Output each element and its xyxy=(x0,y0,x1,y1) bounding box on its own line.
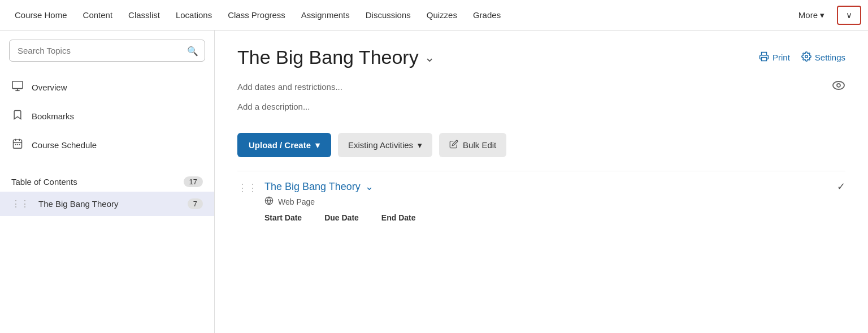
sidebar-item-course-schedule-label: Course Schedule xyxy=(32,140,97,150)
content-item-checkmark-icon: ✓ xyxy=(837,180,845,193)
nav-more-button[interactable]: More ▾ xyxy=(791,10,832,20)
content-item-info: The Big Bang Theory ⌄ Web Page xyxy=(264,180,830,222)
svg-rect-10 xyxy=(761,58,766,61)
search-container: 🔍 xyxy=(9,40,205,62)
nav-grades[interactable]: Grades xyxy=(465,0,509,31)
svg-point-12 xyxy=(833,81,844,89)
content-item: ⋮⋮ The Big Bang Theory ⌄ xyxy=(237,171,845,231)
sidebar-item-overview-label: Overview xyxy=(32,83,67,92)
upload-create-button[interactable]: Upload / Create ▾ xyxy=(237,133,331,157)
existing-activities-button[interactable]: Existing Activities ▾ xyxy=(338,133,432,157)
main-content: The Big Bang Theory ⌄ Print xyxy=(215,31,868,333)
overview-icon xyxy=(11,80,24,95)
nav-course-home[interactable]: Course Home xyxy=(7,0,75,31)
settings-button[interactable]: Settings xyxy=(801,51,845,63)
content-item-chevron-icon[interactable]: ⌄ xyxy=(365,180,374,193)
upload-create-chevron-icon: ▾ xyxy=(315,140,320,150)
nav-discussions[interactable]: Discussions xyxy=(358,0,419,31)
active-item-badge: 7 xyxy=(188,198,203,209)
bulk-edit-button[interactable]: Bulk Edit xyxy=(439,133,506,157)
content-item-drag-handle[interactable]: ⋮⋮ xyxy=(237,181,258,194)
settings-icon xyxy=(801,51,811,63)
search-icon: 🔍 xyxy=(187,45,198,56)
header-actions: Print Settings xyxy=(759,51,845,63)
globe-icon xyxy=(264,196,274,207)
sidebar-item-big-bang-theory[interactable]: ⋮⋮ The Big Bang Theory 7 xyxy=(0,192,214,216)
toc-badge: 17 xyxy=(184,176,203,187)
top-right-dropdown-button[interactable]: ∨ xyxy=(837,6,861,25)
sidebar-item-course-schedule[interactable]: Course Schedule xyxy=(0,131,214,159)
nav-classlist[interactable]: Classlist xyxy=(120,0,168,31)
nav-locations[interactable]: Locations xyxy=(168,0,220,31)
content-item-title[interactable]: The Big Bang Theory ⌄ xyxy=(264,180,830,193)
bookmark-icon xyxy=(11,109,24,124)
sidebar-item-bookmarks[interactable]: Bookmarks xyxy=(0,102,214,131)
table-of-contents-header: Table of Contents 17 xyxy=(0,168,214,192)
add-dates-link[interactable]: Add dates and restrictions... xyxy=(237,80,342,94)
more-chevron-icon: ▾ xyxy=(820,10,824,20)
add-description-link[interactable]: Add a description... xyxy=(237,100,342,114)
top-nav: Course Home Content Classlist Locations … xyxy=(0,0,868,31)
svg-rect-0 xyxy=(12,81,23,89)
print-button[interactable]: Print xyxy=(759,51,790,63)
main-header: The Big Bang Theory ⌄ Print xyxy=(237,46,845,68)
sidebar-nav: Overview Bookmarks xyxy=(0,73,214,159)
nav-assignments[interactable]: Assignments xyxy=(293,0,358,31)
sidebar: 🔍 Overview xyxy=(0,31,215,333)
title-chevron-icon[interactable]: ⌄ xyxy=(424,50,435,65)
page-title: The Big Bang Theory ⌄ xyxy=(237,46,435,68)
dropdown-chevron-icon: ∨ xyxy=(846,10,852,20)
svg-point-13 xyxy=(837,84,840,87)
visibility-icon[interactable] xyxy=(832,80,845,93)
actions-row: Upload / Create ▾ Existing Activities ▾ … xyxy=(237,133,845,157)
sidebar-item-overview[interactable]: Overview xyxy=(0,73,214,102)
pencil-icon xyxy=(449,140,458,150)
print-icon xyxy=(759,51,769,63)
nav-class-progress[interactable]: Class Progress xyxy=(220,0,293,31)
existing-activities-chevron-icon: ▾ xyxy=(418,140,422,150)
nav-quizzes[interactable]: Quizzes xyxy=(419,0,465,31)
content-item-subtitle: Web Page xyxy=(264,196,830,207)
content-item-columns: Start Date Due Date End Date xyxy=(264,213,830,222)
svg-point-11 xyxy=(805,55,808,58)
drag-handle-icon: ⋮⋮ xyxy=(11,198,29,209)
search-input[interactable] xyxy=(9,40,205,62)
schedule-icon xyxy=(11,137,24,153)
nav-content[interactable]: Content xyxy=(75,0,121,31)
sidebar-item-bookmarks-label: Bookmarks xyxy=(32,111,74,121)
